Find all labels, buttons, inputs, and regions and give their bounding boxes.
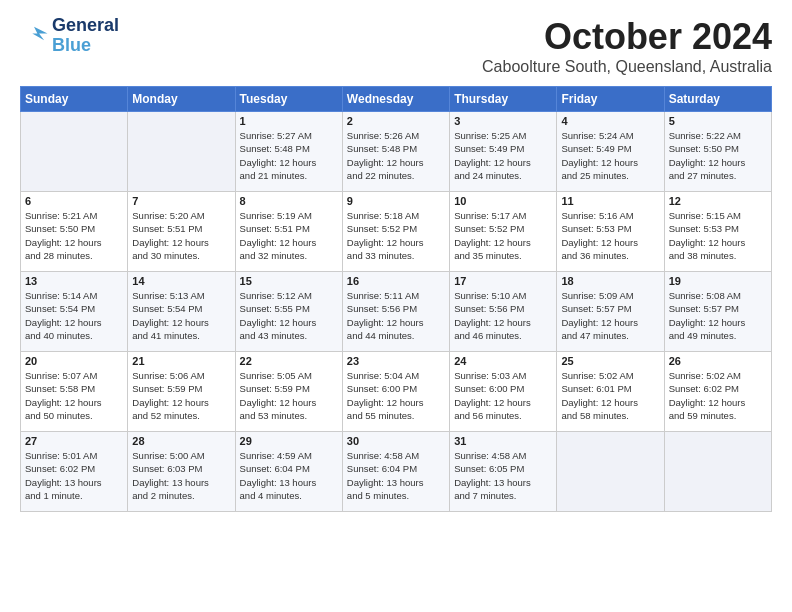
calendar-cell: [664, 432, 771, 512]
calendar-table: SundayMondayTuesdayWednesdayThursdayFrid…: [20, 86, 772, 512]
calendar-header-friday: Friday: [557, 87, 664, 112]
day-number: 9: [347, 195, 445, 207]
day-number: 4: [561, 115, 659, 127]
day-info: Sunrise: 5:04 AM Sunset: 6:00 PM Dayligh…: [347, 369, 445, 422]
day-number: 23: [347, 355, 445, 367]
calendar-cell: 14Sunrise: 5:13 AM Sunset: 5:54 PM Dayli…: [128, 272, 235, 352]
day-info: Sunrise: 5:19 AM Sunset: 5:51 PM Dayligh…: [240, 209, 338, 262]
calendar-week-row: 1Sunrise: 5:27 AM Sunset: 5:48 PM Daylig…: [21, 112, 772, 192]
calendar-cell: 25Sunrise: 5:02 AM Sunset: 6:01 PM Dayli…: [557, 352, 664, 432]
calendar-cell: 7Sunrise: 5:20 AM Sunset: 5:51 PM Daylig…: [128, 192, 235, 272]
day-number: 11: [561, 195, 659, 207]
logo-icon: [20, 25, 48, 47]
calendar-body: 1Sunrise: 5:27 AM Sunset: 5:48 PM Daylig…: [21, 112, 772, 512]
calendar-cell: 15Sunrise: 5:12 AM Sunset: 5:55 PM Dayli…: [235, 272, 342, 352]
day-info: Sunrise: 5:08 AM Sunset: 5:57 PM Dayligh…: [669, 289, 767, 342]
day-info: Sunrise: 5:17 AM Sunset: 5:52 PM Dayligh…: [454, 209, 552, 262]
day-info: Sunrise: 5:10 AM Sunset: 5:56 PM Dayligh…: [454, 289, 552, 342]
svg-marker-0: [32, 26, 47, 40]
day-info: Sunrise: 5:02 AM Sunset: 6:02 PM Dayligh…: [669, 369, 767, 422]
day-number: 21: [132, 355, 230, 367]
day-number: 14: [132, 275, 230, 287]
day-number: 28: [132, 435, 230, 447]
calendar-cell: 24Sunrise: 5:03 AM Sunset: 6:00 PM Dayli…: [450, 352, 557, 432]
calendar-cell: 17Sunrise: 5:10 AM Sunset: 5:56 PM Dayli…: [450, 272, 557, 352]
day-number: 5: [669, 115, 767, 127]
calendar-cell: 20Sunrise: 5:07 AM Sunset: 5:58 PM Dayli…: [21, 352, 128, 432]
day-number: 8: [240, 195, 338, 207]
logo-text: General Blue: [52, 16, 119, 56]
calendar-cell: 28Sunrise: 5:00 AM Sunset: 6:03 PM Dayli…: [128, 432, 235, 512]
calendar-cell: 18Sunrise: 5:09 AM Sunset: 5:57 PM Dayli…: [557, 272, 664, 352]
day-info: Sunrise: 4:59 AM Sunset: 6:04 PM Dayligh…: [240, 449, 338, 502]
day-info: Sunrise: 5:12 AM Sunset: 5:55 PM Dayligh…: [240, 289, 338, 342]
day-info: Sunrise: 5:05 AM Sunset: 5:59 PM Dayligh…: [240, 369, 338, 422]
calendar-cell: 31Sunrise: 4:58 AM Sunset: 6:05 PM Dayli…: [450, 432, 557, 512]
day-info: Sunrise: 5:13 AM Sunset: 5:54 PM Dayligh…: [132, 289, 230, 342]
day-number: 31: [454, 435, 552, 447]
day-number: 15: [240, 275, 338, 287]
calendar-cell: 12Sunrise: 5:15 AM Sunset: 5:53 PM Dayli…: [664, 192, 771, 272]
day-info: Sunrise: 5:22 AM Sunset: 5:50 PM Dayligh…: [669, 129, 767, 182]
header: General Blue October 2024 Caboolture Sou…: [20, 16, 772, 76]
calendar-cell: 22Sunrise: 5:05 AM Sunset: 5:59 PM Dayli…: [235, 352, 342, 432]
logo: General Blue: [20, 16, 119, 56]
calendar-week-row: 27Sunrise: 5:01 AM Sunset: 6:02 PM Dayli…: [21, 432, 772, 512]
calendar-cell: 27Sunrise: 5:01 AM Sunset: 6:02 PM Dayli…: [21, 432, 128, 512]
day-info: Sunrise: 5:21 AM Sunset: 5:50 PM Dayligh…: [25, 209, 123, 262]
calendar-cell: 21Sunrise: 5:06 AM Sunset: 5:59 PM Dayli…: [128, 352, 235, 432]
day-number: 10: [454, 195, 552, 207]
calendar-week-row: 20Sunrise: 5:07 AM Sunset: 5:58 PM Dayli…: [21, 352, 772, 432]
day-number: 18: [561, 275, 659, 287]
day-number: 24: [454, 355, 552, 367]
calendar-cell: 23Sunrise: 5:04 AM Sunset: 6:00 PM Dayli…: [342, 352, 449, 432]
title-area: October 2024 Caboolture South, Queenslan…: [482, 16, 772, 76]
calendar-header-monday: Monday: [128, 87, 235, 112]
calendar-cell: 4Sunrise: 5:24 AM Sunset: 5:49 PM Daylig…: [557, 112, 664, 192]
day-number: 3: [454, 115, 552, 127]
day-number: 22: [240, 355, 338, 367]
calendar-cell: 11Sunrise: 5:16 AM Sunset: 5:53 PM Dayli…: [557, 192, 664, 272]
calendar-cell: 29Sunrise: 4:59 AM Sunset: 6:04 PM Dayli…: [235, 432, 342, 512]
day-info: Sunrise: 5:16 AM Sunset: 5:53 PM Dayligh…: [561, 209, 659, 262]
day-info: Sunrise: 4:58 AM Sunset: 6:04 PM Dayligh…: [347, 449, 445, 502]
calendar-header-row: SundayMondayTuesdayWednesdayThursdayFrid…: [21, 87, 772, 112]
day-info: Sunrise: 5:14 AM Sunset: 5:54 PM Dayligh…: [25, 289, 123, 342]
day-number: 16: [347, 275, 445, 287]
calendar-header-saturday: Saturday: [664, 87, 771, 112]
day-info: Sunrise: 5:02 AM Sunset: 6:01 PM Dayligh…: [561, 369, 659, 422]
calendar-cell: 3Sunrise: 5:25 AM Sunset: 5:49 PM Daylig…: [450, 112, 557, 192]
month-title: October 2024: [482, 16, 772, 58]
day-info: Sunrise: 4:58 AM Sunset: 6:05 PM Dayligh…: [454, 449, 552, 502]
day-number: 13: [25, 275, 123, 287]
calendar-cell: [128, 112, 235, 192]
calendar-cell: 19Sunrise: 5:08 AM Sunset: 5:57 PM Dayli…: [664, 272, 771, 352]
day-info: Sunrise: 5:09 AM Sunset: 5:57 PM Dayligh…: [561, 289, 659, 342]
calendar-cell: [557, 432, 664, 512]
calendar-header-tuesday: Tuesday: [235, 87, 342, 112]
day-number: 7: [132, 195, 230, 207]
location-title: Caboolture South, Queensland, Australia: [482, 58, 772, 76]
day-info: Sunrise: 5:15 AM Sunset: 5:53 PM Dayligh…: [669, 209, 767, 262]
calendar-header-wednesday: Wednesday: [342, 87, 449, 112]
calendar-week-row: 13Sunrise: 5:14 AM Sunset: 5:54 PM Dayli…: [21, 272, 772, 352]
calendar-header-sunday: Sunday: [21, 87, 128, 112]
day-number: 30: [347, 435, 445, 447]
calendar-cell: 30Sunrise: 4:58 AM Sunset: 6:04 PM Dayli…: [342, 432, 449, 512]
day-info: Sunrise: 5:06 AM Sunset: 5:59 PM Dayligh…: [132, 369, 230, 422]
calendar-cell: 2Sunrise: 5:26 AM Sunset: 5:48 PM Daylig…: [342, 112, 449, 192]
day-number: 20: [25, 355, 123, 367]
calendar-cell: 10Sunrise: 5:17 AM Sunset: 5:52 PM Dayli…: [450, 192, 557, 272]
calendar-header-thursday: Thursday: [450, 87, 557, 112]
day-info: Sunrise: 5:03 AM Sunset: 6:00 PM Dayligh…: [454, 369, 552, 422]
day-info: Sunrise: 5:25 AM Sunset: 5:49 PM Dayligh…: [454, 129, 552, 182]
day-number: 27: [25, 435, 123, 447]
calendar-cell: 6Sunrise: 5:21 AM Sunset: 5:50 PM Daylig…: [21, 192, 128, 272]
calendar-week-row: 6Sunrise: 5:21 AM Sunset: 5:50 PM Daylig…: [21, 192, 772, 272]
day-info: Sunrise: 5:18 AM Sunset: 5:52 PM Dayligh…: [347, 209, 445, 262]
day-number: 25: [561, 355, 659, 367]
calendar-cell: 16Sunrise: 5:11 AM Sunset: 5:56 PM Dayli…: [342, 272, 449, 352]
day-info: Sunrise: 5:00 AM Sunset: 6:03 PM Dayligh…: [132, 449, 230, 502]
day-info: Sunrise: 5:07 AM Sunset: 5:58 PM Dayligh…: [25, 369, 123, 422]
day-info: Sunrise: 5:27 AM Sunset: 5:48 PM Dayligh…: [240, 129, 338, 182]
